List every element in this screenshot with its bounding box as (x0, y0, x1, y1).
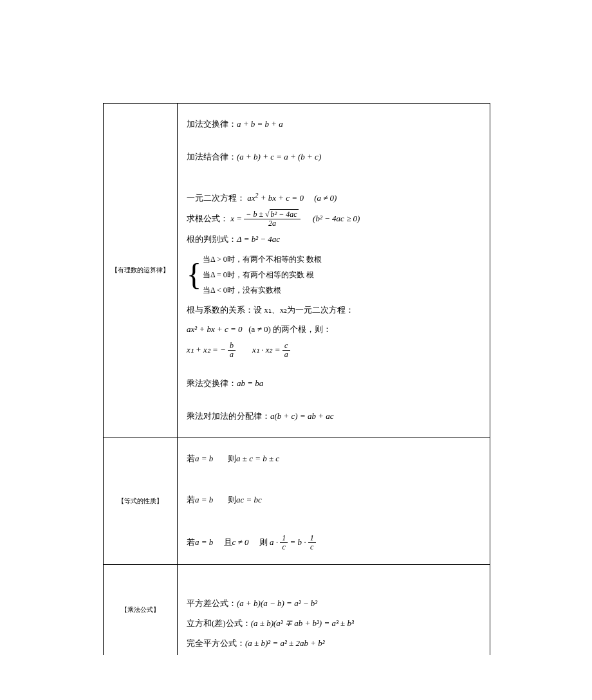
r2l3f: a · (270, 537, 280, 547)
r3l3b: (a ± b)² = a² ± 2ab + b² (245, 638, 325, 648)
r1l5a: 根的判别式： (187, 234, 237, 244)
r2l2a: 若 (187, 495, 195, 504)
r2l3d: c ≠ 0 (232, 537, 249, 547)
r1l6b: 当Δ = 0时，有两个相等的实数 根 (203, 268, 322, 282)
r1l4b: x = (230, 214, 244, 223)
formula-table: 【有理数的运算律】 加法交换律：a + b = b + a 加法结合律：(a +… (103, 103, 490, 655)
r1l1a: 加法交换律： (187, 119, 237, 129)
r1l6a: 当Δ > 0时，有两个不相等的实 数根 (203, 252, 322, 267)
r2l3e: 则 (259, 537, 268, 547)
r3l1a: 平方差公式： (187, 598, 237, 608)
r1l5b: Δ = b² − 4ac (237, 234, 280, 244)
frac-1c-right: 1c (308, 534, 316, 551)
r2l2d: ac = bc (236, 495, 262, 504)
r2l3a: 若 (187, 537, 195, 547)
r1l3b: ax2 + bx + c = 0 (247, 193, 304, 203)
frac-1c-left: 1c (280, 534, 288, 551)
r1l7a: 根与系数的关系：设 x₁、x₂为一元二次方程： (187, 302, 483, 318)
r1l9a: x₁ + x₂ = − (187, 345, 228, 355)
vieta-sum-frac: ba (228, 342, 236, 359)
r1l11b: a(b + c) = ab + ac (270, 411, 334, 421)
r3l2a: 立方和(差)公式： (187, 618, 251, 628)
r1l10a: 乘法交换律： (187, 378, 237, 388)
r1l2a: 加法结合律： (187, 152, 237, 161)
vieta-prod-frac: ca (282, 342, 290, 359)
r1l8a: ax² + bx + c = 0 (187, 324, 243, 334)
r2l3c: 且 (224, 537, 232, 547)
r1l4a: 求根公式： (187, 214, 228, 223)
r1l9b: x₁ · x₂ = (252, 345, 282, 355)
r1l3a: 一元二次方程： (187, 193, 245, 203)
row1-label: 【有理数的运算律】 (104, 104, 178, 438)
r1l1b: a + b = b + a (237, 119, 283, 129)
row-equality-props: 【等式的性质】 若a = b 则a ± c = b ± c 若a = b 则ac… (104, 438, 490, 566)
row-mult-formulas: 【乘法公式】 平方差公式：(a + b)(a − b) = a² − b² 立方… (104, 565, 490, 655)
discriminant-cases: { 当Δ > 0时，有两个不相等的实 数根 当Δ = 0时，有两个相等的实数 根… (187, 252, 483, 298)
r2l1c: 则 (228, 454, 236, 463)
r3l2b: (a ± b)(a² ∓ ab + b²) = a³ ± b³ (251, 618, 354, 628)
r1l10b: ab = ba (237, 378, 263, 388)
r1l8b: (a ≠ 0) 的两个根，则： (248, 324, 331, 334)
r1l6c: 当Δ < 0时，没有实数根 (203, 283, 322, 298)
row-rational-ops: 【有理数的运算律】 加法交换律：a + b = b + a 加法结合律：(a +… (104, 104, 490, 438)
row3-content: 平方差公式：(a + b)(a − b) = a² − b² 立方和(差)公式：… (178, 565, 490, 655)
r3l1b: (a + b)(a − b) = a² − b² (237, 598, 317, 608)
r2l1d: a ± c = b ± c (236, 454, 279, 463)
row3-label: 【乘法公式】 (104, 565, 178, 655)
r1l3d: (a ≠ 0) (314, 193, 337, 203)
left-brace-icon: { (187, 259, 201, 290)
r2l1a: 若 (187, 454, 195, 463)
r3l3a: 完全平方公式： (187, 638, 245, 648)
row2-content: 若a = b 则a ± c = b ± c 若a = b 则ac = bc 若a… (178, 438, 490, 565)
r2l3g: = b · (290, 537, 308, 547)
r1l11a: 乘法对加法的分配律： (187, 411, 270, 421)
row2-label: 【等式的性质】 (104, 438, 178, 565)
row1-content: 加法交换律：a + b = b + a 加法结合律：(a + b) + c = … (178, 104, 490, 438)
r2l2c: 则 (228, 495, 236, 504)
quadratic-frac: − b ± √b² − 4ac 2a (244, 210, 300, 228)
r2l3b: a = b (195, 537, 213, 547)
r1l4c: (b² − 4ac ≥ 0) (313, 214, 360, 223)
r2l2b: a = b (195, 495, 213, 504)
r1l2b: (a + b) + c = a + (b + c) (237, 152, 321, 161)
r2l1b: a = b (195, 454, 213, 463)
